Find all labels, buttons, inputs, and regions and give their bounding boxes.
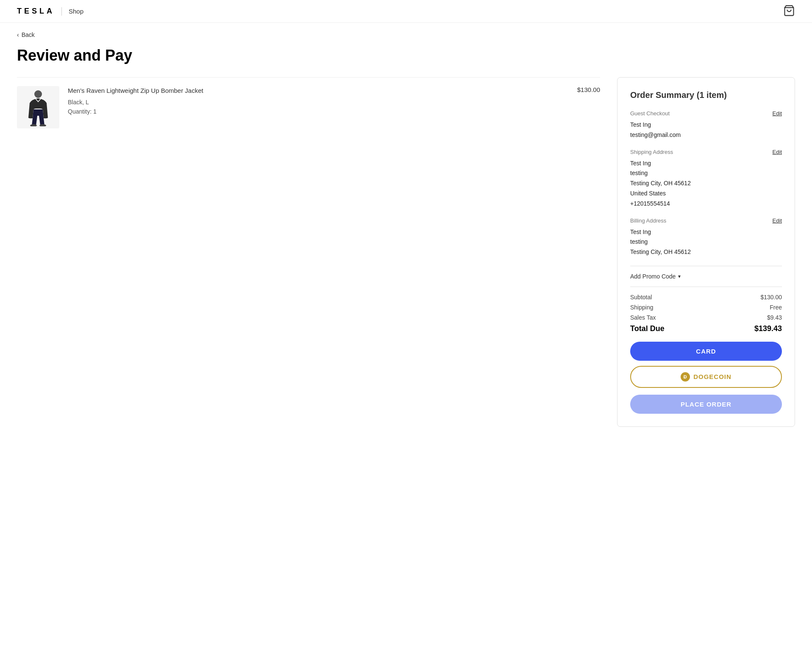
billing-name: Test Ing [630,227,782,237]
tax-label: Sales Tax [630,314,656,321]
total-value: $139.43 [754,324,782,333]
shipping-phone: +12015554514 [630,199,782,209]
total-due-row: Total Due $139.43 [630,324,782,333]
billing-street: testing [630,237,782,247]
total-label: Total Due [630,324,665,333]
shipping-edit-link[interactable]: Edit [773,149,782,155]
tax-row: Sales Tax $9.43 [630,314,782,321]
product-price: $130.00 [577,86,600,93]
billing-address-header: Billing Address Edit [630,217,782,224]
back-link[interactable]: ‹ Back [0,23,812,42]
dogecoin-label: DOGECOIN [693,373,731,380]
shipping-street: testing [630,168,782,178]
guest-checkout-section: Guest Checkout Edit Test Ing testing@gma… [630,110,782,140]
shop-link[interactable]: Shop [69,8,83,15]
promo-chevron-icon: ▾ [678,273,681,279]
shipping-row: Shipping Free [630,304,782,311]
guest-checkout-body: Test Ing testing@gmail.com [630,120,782,140]
shipping-address-label: Shipping Address [630,149,673,155]
shipping-city: Testing City, OH 45612 [630,178,782,189]
product-color: Black, L [68,98,569,107]
page-title: Review and Pay [0,42,812,77]
product-name: Men's Raven Lightweight Zip Up Bomber Ja… [68,86,569,95]
product-section: Men's Raven Lightweight Zip Up Bomber Ja… [17,77,600,137]
order-summary: Order Summary (1 item) Guest Checkout Ed… [617,77,795,427]
main-content: Men's Raven Lightweight Zip Up Bomber Ja… [0,77,812,427]
place-order-button[interactable]: PLACE ORDER [630,395,782,414]
promo-code-toggle[interactable]: Add Promo Code ▾ [630,273,782,280]
billing-address-label: Billing Address [630,217,666,224]
shipping-value: Free [770,304,782,311]
product-image [17,86,59,128]
billing-address-section: Billing Address Edit Test Ing testing Te… [630,217,782,257]
card-button[interactable]: CARD [630,342,782,361]
shipping-country: United States [630,189,782,199]
billing-edit-link[interactable]: Edit [773,217,782,224]
back-chevron-icon: ‹ [17,31,19,38]
tesla-logo: TESLA [17,7,55,16]
subtotal-label: Subtotal [630,294,652,301]
subtotal-row: Subtotal $130.00 [630,294,782,301]
header: TESLA Shop [0,0,812,23]
guest-name: Test Ing [630,120,782,130]
svg-point-1 [34,90,42,98]
guest-checkout-label: Guest Checkout [630,110,670,117]
shipping-address-header: Shipping Address Edit [630,149,782,155]
product-item: Men's Raven Lightweight Zip Up Bomber Ja… [17,77,600,137]
shipping-address-body: Test Ing testing Testing City, OH 45612 … [630,159,782,209]
shipping-label: Shipping [630,304,653,311]
header-divider [61,7,62,16]
back-label: Back [22,31,35,38]
tax-value: $9.43 [767,314,782,321]
shipping-address-section: Shipping Address Edit Test Ing testing T… [630,149,782,209]
guest-edit-link[interactable]: Edit [773,110,782,117]
doge-icon: Ð [681,372,690,382]
summary-title: Order Summary (1 item) [630,90,782,100]
promo-code-label: Add Promo Code [630,273,676,280]
cart-icon[interactable] [783,5,795,18]
product-details: Men's Raven Lightweight Zip Up Bomber Ja… [68,86,569,117]
billing-address-body: Test Ing testing Testing City, OH 45612 [630,227,782,257]
shipping-name: Test Ing [630,159,782,169]
summary-divider-2 [630,287,782,287]
guest-email: testing@gmail.com [630,130,782,140]
subtotal-value: $130.00 [760,294,782,301]
dogecoin-button[interactable]: Ð DOGECOIN [630,366,782,388]
billing-city: Testing City, OH 45612 [630,247,782,257]
product-quantity: Quantity: 1 [68,107,569,116]
guest-checkout-header: Guest Checkout Edit [630,110,782,117]
summary-divider [630,266,782,266]
